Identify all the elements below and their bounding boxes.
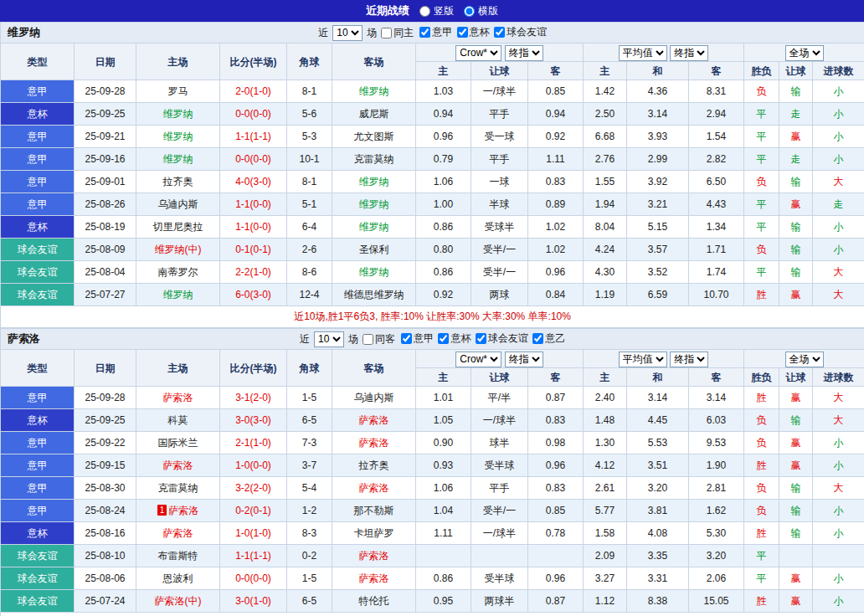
result-handicap: 赢 (779, 454, 813, 477)
league-filter[interactable]: 意乙 (532, 331, 565, 346)
league-filter[interactable]: 意杯 (457, 25, 490, 39)
ah-away-odds: 0.87 (528, 387, 584, 409)
euro-away-odds: 9.53 (689, 432, 744, 454)
section-team-name: 萨索洛 (8, 331, 40, 346)
euro-away-odds: 2.94 (689, 103, 744, 126)
result-goals: 小 (813, 522, 864, 545)
ah-away-odds: 0.96 (528, 261, 584, 284)
layout-option-horizontal[interactable]: 横版 (464, 4, 498, 18)
league-checkbox[interactable] (476, 333, 486, 344)
league-checkbox[interactable] (494, 27, 505, 38)
score: 3-1(2-0) (220, 387, 287, 409)
home-team-name: 布雷斯特 (158, 550, 198, 562)
recent-results-panel: 近期战绩 竖版 横版 维罗纳 近 10 (0, 0, 864, 616)
same-venue-filter[interactable]: 同客 (363, 332, 395, 346)
match-date: 25-07-24 (75, 590, 136, 613)
euro-odds-group: 平均值 终指 (584, 350, 744, 368)
final-index-select[interactable]: 终指 (505, 45, 543, 61)
scope-select[interactable]: 全场 (785, 45, 824, 61)
euro-away-odds: 1.71 (689, 239, 744, 261)
result-wdl: 负 (744, 409, 779, 432)
league-filter[interactable]: 意甲 (419, 25, 452, 39)
euro-home-odds: 4.12 (584, 454, 627, 477)
result-wdl: 负 (744, 171, 779, 193)
header-eu-draw: 和 (627, 368, 689, 387)
same-venue-filter[interactable]: 同主 (381, 26, 414, 40)
league-type-badge: 意甲 (1, 432, 75, 454)
horizontal-layout-radio[interactable] (464, 6, 475, 17)
euro-home-odds: 2.40 (584, 387, 627, 409)
header-away: 客场 (332, 350, 416, 387)
header-date: 日期 (75, 44, 136, 80)
match-count-select[interactable]: 10 (332, 25, 363, 41)
bookmaker-select[interactable]: Crow* (455, 45, 501, 61)
result-wdl: 平 (744, 261, 779, 284)
league-filter[interactable]: 球会友谊 (476, 331, 528, 346)
away-team: 维罗纳 (332, 80, 416, 103)
final-index-select-2[interactable]: 终指 (670, 45, 708, 61)
away-team-name: 维罗纳 (359, 198, 389, 210)
home-team-name: 南蒂罗尔 (158, 266, 198, 278)
match-date: 25-07-27 (75, 284, 136, 306)
average-select[interactable]: 平均值 (619, 45, 667, 61)
match-count-select[interactable]: 10 (314, 331, 344, 347)
result-handicap: 输 (779, 171, 813, 193)
average-select[interactable]: 平均值 (619, 352, 667, 367)
score: 6-0(3-0) (220, 284, 287, 306)
final-index-select[interactable]: 终指 (505, 352, 543, 367)
ah-away-odds: 0.83 (528, 477, 584, 500)
handicap-odds-group: Crow* 终指 (416, 44, 584, 62)
summary-row: 近10场,胜4平2负4, 胜率:40% 让胜率:44.4% 大率:33.3% 单… (1, 613, 864, 616)
result-wdl: 负 (744, 432, 779, 454)
header-result-handicap: 让球 (779, 368, 813, 387)
same-venue-checkbox[interactable] (381, 28, 392, 38)
header-corner: 角球 (287, 350, 332, 387)
match-row: 球会友谊 25-07-24 萨索洛(中) 3-0(1-0) 6-5 特伦托 0.… (1, 590, 864, 613)
ah-line: 半球 (471, 193, 528, 216)
match-row: 意甲 25-09-28 罗马 2-0(1-0) 8-1 维罗纳 1.03 一/球… (1, 80, 864, 103)
ah-home-odds: 0.80 (416, 239, 471, 261)
result-group: 全场 (744, 44, 864, 62)
ah-away-odds: 0.98 (528, 432, 584, 454)
match-row: 球会友谊 25-08-06 恩波利 0-0(0-0) 1-5 萨索洛 0.86 … (1, 567, 864, 590)
away-team: 拉齐奥 (332, 454, 416, 477)
near-label: 近 (300, 332, 310, 346)
euro-odds-group: 平均值 终指 (584, 44, 744, 62)
euro-home-odds: 2.61 (584, 477, 627, 500)
result-handicap: 走 (779, 103, 813, 126)
scope-select[interactable]: 全场 (785, 352, 824, 367)
league-checkbox[interactable] (438, 333, 449, 344)
final-index-select-2[interactable]: 终指 (670, 352, 708, 367)
match-row: 球会友谊 25-07-27 维罗纳 6-0(3-0) 12-4 维德思维罗纳 0… (1, 284, 864, 306)
league-checkbox[interactable] (532, 333, 543, 344)
result-goals: 小 (813, 216, 864, 239)
away-team: 萨索洛 (332, 432, 416, 454)
match-row: 意甲 25-08-24 1萨索洛 0-2(0-1) 1-2 那不勒斯 1.04 … (1, 500, 864, 522)
bookmaker-select[interactable]: Crow* (455, 352, 501, 367)
ah-line: 受半球 (471, 454, 528, 477)
league-checkbox[interactable] (419, 27, 430, 38)
vertical-layout-radio[interactable] (419, 6, 430, 17)
league-filter[interactable]: 球会友谊 (494, 25, 547, 39)
handicap-odds-group: Crow* 终指 (416, 350, 584, 368)
match-row: 球会友谊 25-08-09 维罗纳(中) 0-1(0-1) 2-6 圣保利 0.… (1, 239, 864, 261)
league-checkbox[interactable] (401, 333, 412, 344)
summary-stats: 近10场,胜4平2负4, 胜率:40% 让胜率:44.4% 大率:33.3% 单… (1, 613, 864, 616)
match-row: 意甲 25-09-15 萨索洛 1-0(0-0) 3-7 拉齐奥 0.93 受半… (1, 454, 864, 477)
league-type-badge: 意甲 (1, 126, 75, 148)
corner-score: 5-1 (287, 193, 332, 216)
home-team: 布雷斯特 (136, 545, 220, 567)
league-filter[interactable]: 意甲 (401, 331, 434, 346)
euro-away-odds: 1.90 (689, 454, 744, 477)
match-row: 意甲 25-09-16 维罗纳 0-0(0-0) 10-1 克雷莫纳 0.79 … (1, 148, 864, 171)
match-date: 25-09-25 (75, 103, 136, 126)
layout-option-vertical[interactable]: 竖版 (419, 4, 454, 18)
league-checkbox[interactable] (457, 27, 468, 38)
match-date: 25-08-24 (75, 500, 136, 522)
league-filter[interactable]: 意杯 (438, 331, 471, 346)
euro-home-odds: 1.19 (584, 284, 627, 306)
match-rows: 意甲 25-09-28 罗马 2-0(1-0) 8-1 维罗纳 1.03 一/球… (1, 80, 864, 306)
euro-away-odds: 5.30 (689, 522, 744, 545)
away-team: 萨索洛 (332, 477, 416, 500)
same-venue-checkbox[interactable] (363, 334, 373, 345)
